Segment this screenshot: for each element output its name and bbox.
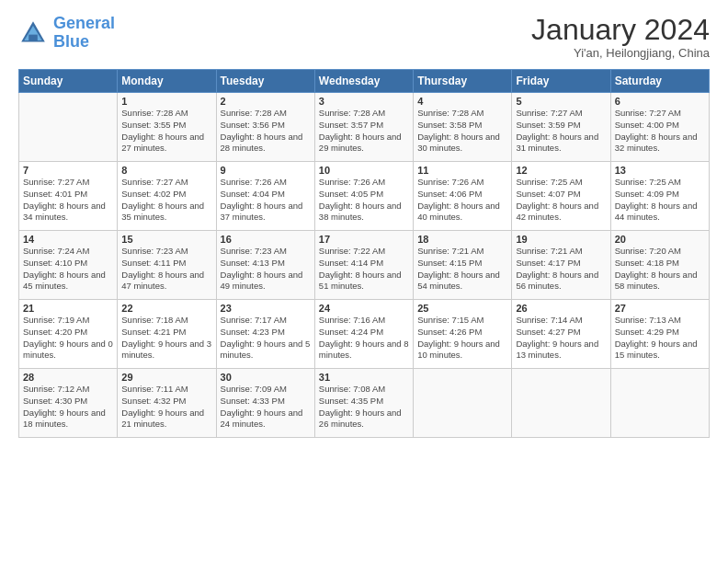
calendar-cell: 5Sunrise: 7:27 AMSunset: 3:59 PMDaylight… xyxy=(512,93,610,162)
day-info: Sunrise: 7:26 AMSunset: 4:04 PMDaylight:… xyxy=(221,177,311,224)
calendar-table: SundayMondayTuesdayWednesdayThursdayFrid… xyxy=(18,69,710,438)
calendar-cell: 31Sunrise: 7:08 AMSunset: 4:35 PMDayligh… xyxy=(314,369,413,438)
col-header-sunday: Sunday xyxy=(19,70,118,93)
day-number: 13 xyxy=(615,165,705,176)
day-info: Sunrise: 7:19 AMSunset: 4:20 PMDaylight:… xyxy=(23,315,113,362)
calendar-cell: 7Sunrise: 7:27 AMSunset: 4:01 PMDaylight… xyxy=(19,162,118,231)
day-info: Sunrise: 7:22 AMSunset: 4:14 PMDaylight:… xyxy=(319,246,409,293)
week-row-3: 21Sunrise: 7:19 AMSunset: 4:20 PMDayligh… xyxy=(19,300,710,369)
calendar-cell: 8Sunrise: 7:27 AMSunset: 4:02 PMDaylight… xyxy=(118,162,216,231)
calendar-cell: 21Sunrise: 7:19 AMSunset: 4:20 PMDayligh… xyxy=(19,300,118,369)
day-info: Sunrise: 7:28 AMSunset: 3:57 PMDaylight:… xyxy=(319,108,409,155)
calendar-cell: 10Sunrise: 7:26 AMSunset: 4:05 PMDayligh… xyxy=(314,162,413,231)
calendar-cell: 11Sunrise: 7:26 AMSunset: 4:06 PMDayligh… xyxy=(414,162,512,231)
day-info: Sunrise: 7:15 AMSunset: 4:26 PMDaylight:… xyxy=(417,315,507,362)
calendar-cell xyxy=(414,369,512,438)
day-info: Sunrise: 7:13 AMSunset: 4:29 PMDaylight:… xyxy=(615,315,705,362)
day-info: Sunrise: 7:14 AMSunset: 4:27 PMDaylight:… xyxy=(516,315,606,362)
day-info: Sunrise: 7:20 AMSunset: 4:18 PMDaylight:… xyxy=(615,246,705,293)
calendar-cell: 20Sunrise: 7:20 AMSunset: 4:18 PMDayligh… xyxy=(610,231,709,300)
day-number: 24 xyxy=(319,303,409,314)
logo-icon xyxy=(18,18,48,48)
day-number: 20 xyxy=(615,234,705,245)
day-number: 2 xyxy=(221,96,311,107)
day-info: Sunrise: 7:21 AMSunset: 4:17 PMDaylight:… xyxy=(516,246,606,293)
calendar-cell: 19Sunrise: 7:21 AMSunset: 4:17 PMDayligh… xyxy=(512,231,610,300)
calendar-cell xyxy=(19,93,118,162)
week-row-1: 7Sunrise: 7:27 AMSunset: 4:01 PMDaylight… xyxy=(19,162,710,231)
day-info: Sunrise: 7:27 AMSunset: 4:01 PMDaylight:… xyxy=(23,177,113,224)
logo-text: General Blue xyxy=(53,15,115,52)
day-info: Sunrise: 7:16 AMSunset: 4:24 PMDaylight:… xyxy=(319,315,409,362)
calendar-cell: 16Sunrise: 7:23 AMSunset: 4:13 PMDayligh… xyxy=(216,231,314,300)
day-number: 25 xyxy=(417,303,507,314)
day-number: 5 xyxy=(516,96,606,107)
day-info: Sunrise: 7:11 AMSunset: 4:32 PMDaylight:… xyxy=(121,384,211,431)
header: General Blue January 2024 Yi'an, Heilong… xyxy=(18,15,710,60)
day-number: 21 xyxy=(23,303,113,314)
calendar-cell: 6Sunrise: 7:27 AMSunset: 4:00 PMDaylight… xyxy=(610,93,709,162)
calendar-cell: 29Sunrise: 7:11 AMSunset: 4:32 PMDayligh… xyxy=(118,369,216,438)
day-info: Sunrise: 7:27 AMSunset: 4:00 PMDaylight:… xyxy=(615,108,705,155)
calendar-cell: 14Sunrise: 7:24 AMSunset: 4:10 PMDayligh… xyxy=(19,231,118,300)
day-number: 29 xyxy=(121,372,211,383)
col-header-friday: Friday xyxy=(512,70,610,93)
day-info: Sunrise: 7:12 AMSunset: 4:30 PMDaylight:… xyxy=(23,384,113,431)
day-info: Sunrise: 7:26 AMSunset: 4:06 PMDaylight:… xyxy=(417,177,507,224)
logo-blue: Blue xyxy=(53,32,89,51)
day-number: 19 xyxy=(516,234,606,245)
day-number: 1 xyxy=(121,96,211,107)
day-number: 31 xyxy=(319,372,409,383)
calendar-cell: 25Sunrise: 7:15 AMSunset: 4:26 PMDayligh… xyxy=(414,300,512,369)
location-subtitle: Yi'an, Heilongjiang, China xyxy=(531,46,710,60)
calendar-cell: 18Sunrise: 7:21 AMSunset: 4:15 PMDayligh… xyxy=(414,231,512,300)
day-number: 17 xyxy=(319,234,409,245)
day-number: 4 xyxy=(417,96,507,107)
calendar-cell: 27Sunrise: 7:13 AMSunset: 4:29 PMDayligh… xyxy=(610,300,709,369)
day-number: 26 xyxy=(516,303,606,314)
day-info: Sunrise: 7:21 AMSunset: 4:15 PMDaylight:… xyxy=(417,246,507,293)
day-info: Sunrise: 7:23 AMSunset: 4:11 PMDaylight:… xyxy=(121,246,211,293)
title-block: January 2024 Yi'an, Heilongjiang, China xyxy=(531,15,710,60)
col-header-saturday: Saturday xyxy=(610,70,709,93)
day-info: Sunrise: 7:28 AMSunset: 3:58 PMDaylight:… xyxy=(417,108,507,155)
calendar-cell: 1Sunrise: 7:28 AMSunset: 3:55 PMDaylight… xyxy=(118,93,216,162)
day-number: 7 xyxy=(23,165,113,176)
day-number: 16 xyxy=(221,234,311,245)
svg-rect-2 xyxy=(28,34,38,40)
calendar-cell: 26Sunrise: 7:14 AMSunset: 4:27 PMDayligh… xyxy=(512,300,610,369)
calendar-cell: 24Sunrise: 7:16 AMSunset: 4:24 PMDayligh… xyxy=(314,300,413,369)
day-info: Sunrise: 7:25 AMSunset: 4:09 PMDaylight:… xyxy=(615,177,705,224)
day-info: Sunrise: 7:27 AMSunset: 4:02 PMDaylight:… xyxy=(121,177,211,224)
main-container: General Blue January 2024 Yi'an, Heilong… xyxy=(0,0,728,447)
day-number: 14 xyxy=(23,234,113,245)
day-number: 11 xyxy=(417,165,507,176)
day-info: Sunrise: 7:28 AMSunset: 3:56 PMDaylight:… xyxy=(221,108,311,155)
day-info: Sunrise: 7:26 AMSunset: 4:05 PMDaylight:… xyxy=(319,177,409,224)
day-info: Sunrise: 7:25 AMSunset: 4:07 PMDaylight:… xyxy=(516,177,606,224)
calendar-cell: 12Sunrise: 7:25 AMSunset: 4:07 PMDayligh… xyxy=(512,162,610,231)
day-info: Sunrise: 7:27 AMSunset: 3:59 PMDaylight:… xyxy=(516,108,606,155)
calendar-cell xyxy=(512,369,610,438)
col-header-tuesday: Tuesday xyxy=(216,70,314,93)
calendar-cell: 3Sunrise: 7:28 AMSunset: 3:57 PMDaylight… xyxy=(314,93,413,162)
week-row-2: 14Sunrise: 7:24 AMSunset: 4:10 PMDayligh… xyxy=(19,231,710,300)
calendar-cell: 28Sunrise: 7:12 AMSunset: 4:30 PMDayligh… xyxy=(19,369,118,438)
day-info: Sunrise: 7:23 AMSunset: 4:13 PMDaylight:… xyxy=(221,246,311,293)
calendar-cell: 4Sunrise: 7:28 AMSunset: 3:58 PMDaylight… xyxy=(414,93,512,162)
day-number: 18 xyxy=(417,234,507,245)
week-row-0: 1Sunrise: 7:28 AMSunset: 3:55 PMDaylight… xyxy=(19,93,710,162)
month-title: January 2024 xyxy=(531,15,710,44)
col-header-thursday: Thursday xyxy=(414,70,512,93)
calendar-cell xyxy=(610,369,709,438)
day-info: Sunrise: 7:18 AMSunset: 4:21 PMDaylight:… xyxy=(121,315,211,362)
calendar-cell: 15Sunrise: 7:23 AMSunset: 4:11 PMDayligh… xyxy=(118,231,216,300)
day-number: 30 xyxy=(221,372,311,383)
day-number: 22 xyxy=(121,303,211,314)
calendar-cell: 13Sunrise: 7:25 AMSunset: 4:09 PMDayligh… xyxy=(610,162,709,231)
calendar-cell: 9Sunrise: 7:26 AMSunset: 4:04 PMDaylight… xyxy=(216,162,314,231)
day-info: Sunrise: 7:17 AMSunset: 4:23 PMDaylight:… xyxy=(221,315,311,362)
day-number: 8 xyxy=(121,165,211,176)
col-header-wednesday: Wednesday xyxy=(314,70,413,93)
day-number: 10 xyxy=(319,165,409,176)
